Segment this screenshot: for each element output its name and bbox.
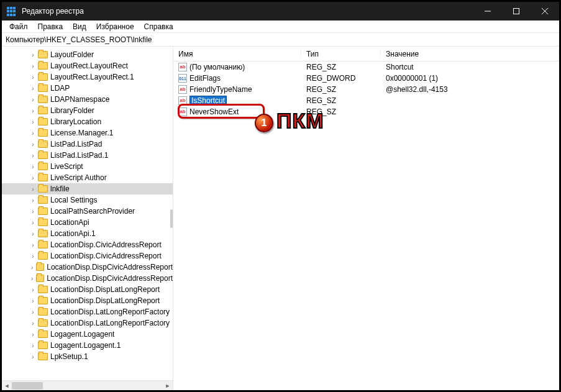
value-data: @shell32.dll,-4153 — [381, 85, 559, 94]
tree-item[interactable]: ListPad.ListPad — [2, 139, 173, 150]
value-row[interactable]: abIsShortcutREG_SZ — [173, 95, 559, 106]
chevron-right-icon[interactable] — [29, 186, 37, 193]
tree-item[interactable]: LocationDisp.DispLatLongReport — [2, 284, 173, 295]
tree-item[interactable]: LocationApi — [2, 217, 173, 228]
col-value[interactable]: Значение — [381, 50, 559, 58]
chevron-right-icon[interactable] — [29, 197, 37, 204]
tree-item[interactable]: LayoutFolder — [2, 49, 173, 60]
chevron-right-icon[interactable] — [29, 264, 35, 271]
scroll-left-button[interactable]: ◄ — [2, 381, 12, 391]
chevron-right-icon[interactable] — [29, 230, 37, 237]
value-row[interactable]: ab(По умолчанию)REG_SZShortcut — [173, 62, 559, 73]
col-name[interactable]: Имя — [173, 50, 301, 58]
tree-item[interactable]: License.Manager.1 — [2, 127, 173, 139]
chevron-right-icon[interactable] — [29, 286, 37, 293]
folder-icon — [38, 196, 48, 204]
tree-item[interactable]: LocationDisp.LatLongReportFactory — [2, 306, 173, 317]
value-row[interactable]: abFriendlyTypeNameREG_SZ@shell32.dll,-41… — [173, 84, 559, 95]
tree-item[interactable]: LocationDisp.DispCivicAddressReport — [2, 262, 173, 273]
chevron-right-icon[interactable] — [29, 331, 37, 338]
tree-item[interactable]: lnkfile — [2, 183, 173, 194]
tree-item[interactable]: LocationDisp.LatLongReportFactory — [2, 317, 173, 329]
tree-item[interactable]: Local Settings — [2, 194, 173, 206]
chevron-right-icon[interactable] — [29, 353, 37, 360]
chevron-right-icon[interactable] — [29, 74, 37, 81]
tree-item[interactable]: LDAP — [2, 83, 173, 94]
tree-item-label: LocationDisp.CivicAddressReport — [50, 240, 162, 249]
chevron-right-icon[interactable] — [29, 242, 37, 248]
value-name: FriendlyTypeName — [189, 85, 252, 94]
value-type: REG_SZ — [301, 96, 381, 105]
chevron-right-icon[interactable] — [29, 253, 37, 260]
chevron-right-icon[interactable] — [29, 119, 37, 125]
close-button[interactable] — [531, 2, 559, 21]
value-name: (По умолчанию) — [189, 63, 245, 71]
chevron-right-icon[interactable] — [29, 85, 37, 92]
tree-pane[interactable]: LayoutFolderLayoutRect.LayoutRectLayoutR… — [2, 47, 173, 390]
menu-view[interactable]: Вид — [68, 21, 91, 32]
menu-bar: Файл Правка Вид Избранное Справка — [2, 21, 559, 33]
tree-item[interactable]: LibraryFolder — [2, 105, 173, 116]
chevron-right-icon[interactable] — [29, 320, 37, 327]
menu-edit[interactable]: Правка — [33, 21, 68, 32]
chevron-right-icon[interactable] — [29, 141, 37, 148]
folder-icon — [36, 263, 44, 271]
tree-item[interactable]: LiveScript — [2, 161, 173, 172]
tree-item[interactable]: LocationDisp.DispLatLongReport — [2, 295, 173, 306]
value-row[interactable]: 011EditFlagsREG_DWORD0x00000001 (1) — [173, 73, 559, 84]
tree-item-label: LocationDisp.CivicAddressReport — [50, 252, 162, 260]
chevron-right-icon[interactable] — [29, 163, 37, 170]
tree-item-label: Logagent.Logagent — [50, 330, 114, 339]
tree-item[interactable]: LibraryLocation — [2, 116, 173, 127]
chevron-right-icon[interactable] — [29, 96, 37, 103]
tree-item[interactable]: LayoutRect.LayoutRect.1 — [2, 71, 173, 83]
address-bar[interactable]: Компьютер\HKEY_CLASSES_ROOT\lnkfile — [2, 33, 559, 47]
chevron-right-icon[interactable] — [29, 342, 37, 349]
tree-item[interactable]: Logagent.Logagent.1 — [2, 340, 173, 351]
title-bar[interactable]: Редактор реестра — [2, 2, 559, 21]
folder-icon — [38, 230, 48, 237]
chevron-right-icon[interactable] — [29, 298, 37, 304]
value-row[interactable]: abNeverShowExtREG_SZ — [173, 106, 559, 117]
tree-item[interactable]: LocalPathSearchProvider — [2, 206, 173, 217]
scroll-right-button[interactable]: ► — [163, 381, 173, 391]
minimize-button[interactable] — [473, 2, 502, 21]
chevron-right-icon[interactable] — [29, 130, 37, 137]
scroll-track[interactable] — [12, 381, 163, 390]
chevron-right-icon[interactable] — [29, 152, 37, 159]
chevron-right-icon[interactable] — [29, 107, 37, 114]
tree-item[interactable]: Logagent.Logagent — [2, 329, 173, 340]
maximize-button[interactable] — [502, 2, 531, 21]
tree-item-label: LocationApi — [50, 218, 89, 227]
tree-item[interactable]: LocationDisp.CivicAddressReport — [2, 250, 173, 262]
values-pane[interactable]: Имя Тип Значение ab(По умолчанию)REG_SZS… — [173, 47, 559, 390]
tree-item[interactable]: LocationDisp.DispCivicAddressReport — [2, 273, 173, 284]
values-list: ab(По умолчанию)REG_SZShortcut011EditFla… — [173, 62, 559, 117]
tree-item[interactable]: LpkSetup.1 — [2, 351, 173, 362]
chevron-right-icon[interactable] — [29, 175, 37, 181]
chevron-right-icon[interactable] — [29, 219, 37, 226]
column-headers[interactable]: Имя Тип Значение — [173, 47, 559, 62]
tree-item[interactable]: LocationDisp.CivicAddressReport — [2, 239, 173, 250]
h-scrollbar[interactable]: ◄ ► — [2, 380, 173, 390]
folder-icon — [38, 84, 48, 92]
chevron-right-icon[interactable] — [29, 309, 37, 316]
chevron-right-icon[interactable] — [29, 52, 37, 58]
folder-icon — [38, 219, 48, 226]
folder-icon — [38, 163, 48, 170]
menu-file[interactable]: Файл — [4, 21, 33, 32]
menu-help[interactable]: Справка — [139, 21, 178, 32]
tree-item[interactable]: LocationApi.1 — [2, 228, 173, 239]
splitter-handle[interactable] — [170, 209, 173, 228]
scroll-thumb[interactable] — [12, 382, 43, 390]
chevron-right-icon[interactable] — [29, 208, 37, 215]
chevron-right-icon[interactable] — [29, 275, 35, 282]
app-icon — [7, 6, 17, 16]
menu-favorites[interactable]: Избранное — [91, 21, 139, 32]
tree-item[interactable]: ListPad.ListPad.1 — [2, 150, 173, 161]
tree-item[interactable]: LiveScript Author — [2, 172, 173, 183]
col-type[interactable]: Тип — [301, 50, 381, 58]
tree-item[interactable]: LDAPNamespace — [2, 94, 173, 105]
tree-item[interactable]: LayoutRect.LayoutRect — [2, 60, 173, 71]
chevron-right-icon[interactable] — [29, 63, 37, 70]
